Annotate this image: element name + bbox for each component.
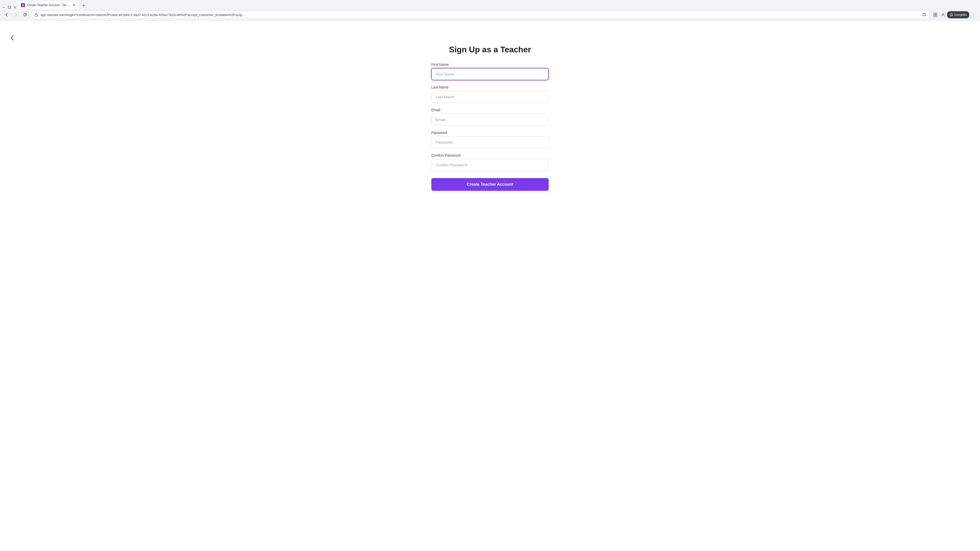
first-name-label: First Name <box>431 62 549 67</box>
back-button[interactable] <box>8 33 17 42</box>
form-container: Sign Up as a Teacher First Name Last Nam… <box>431 40 549 191</box>
svg-point-18 <box>973 16 974 16</box>
extensions-button[interactable] <box>932 11 939 18</box>
create-account-button[interactable]: Create Teacher Account <box>431 178 549 191</box>
toolbar-icons: Incognito <box>932 11 977 18</box>
incognito-badge: Incognito <box>947 11 969 18</box>
tab-close-button[interactable] <box>72 3 76 7</box>
confirm-password-label: Confirm Password <box>431 153 549 157</box>
lock-icon <box>34 13 38 17</box>
last-name-label: Last Name <box>431 85 549 89</box>
svg-point-15 <box>951 14 952 15</box>
svg-rect-10 <box>935 13 937 14</box>
signup-form: First Name Last Name Email Password Conf… <box>431 62 549 191</box>
browser-toolbar: app.seesaw.me/#/login/?continueUrl=class… <box>0 9 980 21</box>
svg-rect-12 <box>935 15 937 17</box>
password-input[interactable] <box>431 136 549 148</box>
tab-label: Create Teacher Account - Sees... <box>27 3 70 7</box>
first-name-input[interactable] <box>431 68 549 80</box>
confirm-password-input[interactable] <box>431 159 549 171</box>
svg-rect-8 <box>35 14 38 16</box>
new-tab-button[interactable] <box>80 2 87 9</box>
password-group: Password <box>431 130 549 148</box>
tabs-bar: S Create Teacher Account - Sees... <box>0 0 980 9</box>
address-bar-icons <box>922 13 926 17</box>
svg-point-16 <box>973 13 974 14</box>
active-tab[interactable]: S Create Teacher Account - Sees... <box>18 1 79 9</box>
bookmark-icon[interactable] <box>922 13 926 17</box>
reload-button[interactable] <box>21 11 29 18</box>
forward-nav-button[interactable] <box>12 11 19 18</box>
email-group: Email <box>431 108 549 125</box>
confirm-password-group: Confirm Password <box>431 153 549 171</box>
back-nav-button[interactable] <box>3 11 10 18</box>
window-controls <box>2 6 17 9</box>
address-bar[interactable]: app.seesaw.me/#/login/?continueUrl=class… <box>30 11 930 19</box>
url-display: app.seesaw.me/#/login/?continueUrl=class… <box>41 13 920 17</box>
maximize-button[interactable] <box>8 6 11 9</box>
minimize-button[interactable] <box>2 6 6 9</box>
svg-point-13 <box>942 14 944 15</box>
svg-rect-11 <box>934 15 935 17</box>
first-name-group: First Name <box>431 62 549 80</box>
page-content: Sign Up as a Teacher First Name Last Nam… <box>0 30 980 201</box>
page-title: Sign Up as a Teacher <box>431 45 549 54</box>
email-label: Email <box>431 108 549 112</box>
svg-rect-9 <box>934 13 935 14</box>
password-label: Password <box>431 130 549 135</box>
svg-point-17 <box>973 14 974 15</box>
menu-button[interactable] <box>970 11 977 18</box>
close-button[interactable] <box>13 6 17 9</box>
last-name-group: Last Name <box>431 85 549 103</box>
browser-chrome: S Create Teacher Account - Sees... <box>0 0 980 21</box>
tab-favicon: S <box>21 3 25 7</box>
profile-button[interactable] <box>939 11 947 18</box>
last-name-input[interactable] <box>431 91 549 103</box>
incognito-label: Incognito <box>954 13 967 17</box>
email-input[interactable] <box>431 114 549 125</box>
svg-rect-1 <box>8 6 11 9</box>
